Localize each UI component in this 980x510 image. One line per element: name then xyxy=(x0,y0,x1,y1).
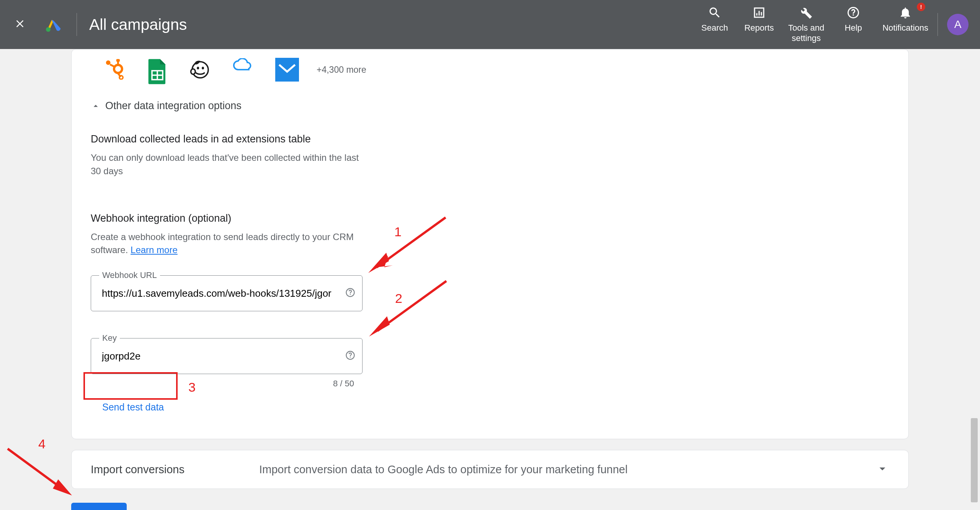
svg-marker-18 xyxy=(368,253,389,273)
integration-card: +4,300 more Other data integration optio… xyxy=(71,49,909,439)
scrollbar-thumb[interactable] xyxy=(971,418,978,502)
annotation-number-2: 2 xyxy=(395,291,402,306)
divider xyxy=(77,13,77,36)
nav-reports-label: Reports xyxy=(744,23,774,33)
google-sheets-icon[interactable] xyxy=(147,58,168,81)
chevron-up-icon xyxy=(91,101,101,111)
svg-line-3 xyxy=(110,64,115,67)
annotation-arrow-4 xyxy=(4,445,80,500)
other-options-label: Other data integration options xyxy=(105,100,242,112)
download-section-desc: You can only download leads that've been… xyxy=(91,151,366,178)
avatar[interactable]: A xyxy=(947,14,969,35)
annotation-arrow-1 xyxy=(365,214,453,276)
svg-rect-7 xyxy=(116,59,120,62)
import-conversions-title: Import conversions xyxy=(91,463,259,476)
notification-badge: ! xyxy=(917,3,925,11)
nav-help-label: Help xyxy=(845,23,862,33)
webhook-url-label: Webhook URL xyxy=(99,270,160,280)
svg-marker-20 xyxy=(369,316,390,337)
header-bar: All campaigns Search Reports Tools and s… xyxy=(0,0,980,49)
nav-help[interactable]: Help xyxy=(838,6,869,33)
action-buttons: Save Cancel xyxy=(71,503,909,510)
webhook-key-field: Key xyxy=(91,338,363,374)
help-icon[interactable] xyxy=(345,287,356,299)
page-title: All campaigns xyxy=(89,16,699,34)
integration-icons-row: +4,300 more xyxy=(91,49,889,95)
svg-point-5 xyxy=(119,76,123,79)
annotation-number-3: 3 xyxy=(188,380,196,395)
nav-tools[interactable]: Tools and settings xyxy=(788,6,824,44)
other-options-toggle[interactable]: Other data integration options xyxy=(91,95,889,123)
download-section-title: Download collected leads in ad extension… xyxy=(91,133,889,145)
mailchimp-icon[interactable] xyxy=(189,58,211,81)
divider xyxy=(938,13,938,36)
chevron-down-icon xyxy=(875,462,889,477)
annotation-number-1: 1 xyxy=(394,224,402,239)
svg-point-13 xyxy=(202,67,204,69)
nav-tools-label: Tools and settings xyxy=(788,23,824,44)
header-nav: Search Reports Tools and settings Help !… xyxy=(699,6,928,44)
cancel-button[interactable]: Cancel xyxy=(142,503,180,510)
nav-search-label: Search xyxy=(701,23,728,33)
help-icon[interactable] xyxy=(345,350,356,362)
nav-notifications-label: Notifications xyxy=(882,23,928,33)
annotation-arrow-2 xyxy=(366,277,454,340)
webhook-section-desc: Create a webhook integration to send lea… xyxy=(91,230,366,257)
svg-point-14 xyxy=(191,69,196,74)
webhook-key-input[interactable] xyxy=(91,338,363,374)
svg-point-0 xyxy=(46,27,51,32)
campaign-monitor-icon[interactable] xyxy=(275,58,299,82)
google-ads-logo-icon xyxy=(45,17,60,32)
webhook-section-title: Webhook integration (optional) xyxy=(91,212,889,224)
nav-reports[interactable]: Reports xyxy=(744,6,774,33)
hubspot-icon[interactable] xyxy=(104,58,125,81)
nav-notifications[interactable]: ! Notifications xyxy=(882,6,928,33)
webhook-url-field: Webhook URL xyxy=(91,275,363,311)
import-conversions-desc: Import conversion data to Google Ads to … xyxy=(259,463,875,476)
save-button[interactable]: Save xyxy=(71,503,127,510)
more-integrations-text[interactable]: +4,300 more xyxy=(317,65,366,75)
close-icon[interactable] xyxy=(14,16,26,33)
webhook-key-label: Key xyxy=(99,333,120,343)
nav-search[interactable]: Search xyxy=(699,6,730,33)
annotation-box-3 xyxy=(83,372,178,400)
import-conversions-row[interactable]: Import conversions Import conversion dat… xyxy=(71,450,909,489)
svg-marker-22 xyxy=(53,479,72,495)
webhook-url-input[interactable] xyxy=(91,275,363,311)
svg-point-2 xyxy=(106,60,111,65)
annotation-number-4: 4 xyxy=(38,436,46,451)
cloud-icon[interactable] xyxy=(232,58,254,81)
learn-more-link[interactable]: Learn more xyxy=(131,245,178,255)
svg-point-12 xyxy=(197,67,199,69)
